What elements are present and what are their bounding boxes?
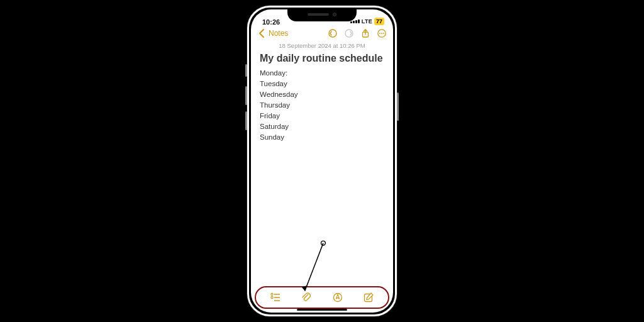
svg-point-4: [379, 33, 380, 34]
phone-frame: 10:26 LTE 77 Notes: [247, 6, 397, 316]
more-icon[interactable]: [377, 28, 387, 38]
list-item: Friday: [260, 111, 384, 121]
network-label: LTE: [362, 18, 372, 25]
mute-switch: [245, 64, 247, 77]
checklist-button[interactable]: [269, 291, 282, 304]
note-timestamp: 18 September 2024 at 10:26 PM: [251, 41, 393, 53]
volume-up-button: [245, 86, 247, 105]
list-item: Thursday: [260, 100, 384, 111]
compose-button[interactable]: [362, 291, 375, 304]
svg-point-5: [381, 33, 382, 34]
list-item: Monday:: [260, 68, 384, 79]
svg-point-9: [271, 296, 273, 298]
list-item: Saturday: [260, 121, 384, 132]
list-item: Wednesday: [260, 89, 384, 100]
share-icon[interactable]: [360, 28, 370, 38]
svg-point-7: [271, 293, 273, 295]
list-item: Sunday: [260, 132, 384, 143]
markup-button[interactable]: [331, 291, 344, 304]
undo-icon[interactable]: [328, 28, 338, 38]
svg-point-6: [383, 33, 384, 34]
redo-icon: [344, 28, 354, 38]
back-button[interactable]: Notes: [257, 28, 288, 38]
note-title[interactable]: My daily routine schedule: [251, 53, 393, 68]
svg-line-15: [305, 243, 323, 291]
list-item: Tuesday: [260, 79, 384, 89]
note-body[interactable]: Monday: Tuesday Wednesday Thursday Frida…: [251, 68, 393, 143]
chevron-left-icon: [257, 28, 267, 38]
status-time: 10:26: [262, 18, 280, 26]
battery-indicator: 77: [374, 18, 384, 25]
attach-button[interactable]: [300, 291, 313, 304]
screen: 10:26 LTE 77 Notes: [251, 9, 393, 313]
power-button: [397, 92, 399, 121]
home-indicator[interactable]: [297, 309, 347, 311]
bottom-toolbar: [256, 287, 388, 308]
notch: [287, 8, 357, 21]
volume-down-button: [245, 111, 247, 130]
back-label: Notes: [269, 29, 288, 38]
svg-point-14: [321, 241, 326, 245]
nav-bar: Notes: [251, 26, 393, 41]
